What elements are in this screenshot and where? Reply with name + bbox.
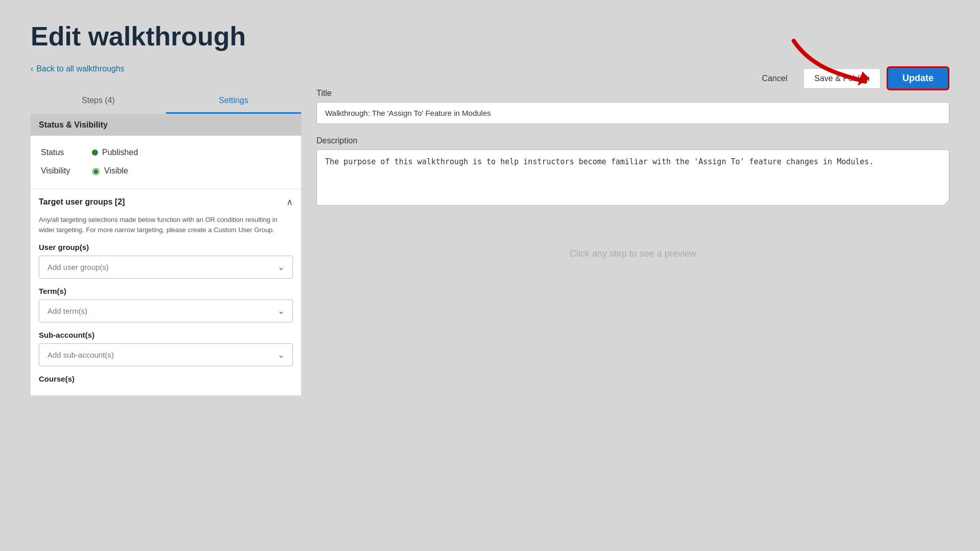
preview-placeholder: Click any step to see a preview [316,248,949,259]
target-section-title: Target user groups [2] [39,197,125,207]
chevron-down-icon: ⌄ [278,350,284,360]
main-content: Steps (4) Settings Status & Visibility S… [31,89,949,395]
courses-group: Course(s) [31,374,301,395]
update-button[interactable]: Update [887,66,949,90]
visibility-row: Visibility ◉ Visible [41,161,291,181]
target-section-header: Target user groups [2] ∧ [31,189,301,215]
terms-group: Term(s) Add term(s) ⌄ [31,287,301,331]
published-dot-icon [92,149,98,156]
user-groups-group: User group(s) Add user group(s) ⌄ [31,243,301,287]
chevron-up-icon[interactable]: ∧ [286,196,293,208]
header-actions: Cancel Save & Publish Update [752,66,949,90]
visibility-label: Visibility [41,166,92,176]
chevron-down-icon: ⌄ [278,262,284,272]
subaccount-group: Sub-account(s) Add sub-account(s) ⌄ [31,331,301,374]
user-groups-placeholder: Add user group(s) [47,263,109,271]
title-input[interactable] [316,102,949,124]
tabs: Steps (4) Settings [31,89,301,114]
subaccount-dropdown[interactable]: Add sub-account(s) ⌄ [39,343,293,366]
title-field-group: Title [316,89,949,124]
target-description: Any/all targeting selections made below … [31,215,301,243]
tab-settings[interactable]: Settings [166,89,301,114]
status-row: Status Published [41,144,291,161]
visibility-eye-icon: ◉ [92,165,100,177]
status-section-header: Status & Visibility [31,114,301,136]
back-chevron-icon: ‹ [31,64,33,73]
description-textarea[interactable] [316,149,949,206]
description-field-label: Description [316,136,949,145]
chevron-down-icon: ⌄ [278,306,284,316]
description-field-group: Description [316,136,949,208]
terms-placeholder: Add term(s) [47,307,87,315]
terms-label: Term(s) [39,287,293,295]
terms-dropdown[interactable]: Add term(s) ⌄ [39,299,293,322]
courses-label: Course(s) [39,374,293,383]
subaccount-label: Sub-account(s) [39,331,293,339]
visibility-value: Visible [104,166,128,176]
user-groups-label: User group(s) [39,243,293,252]
right-panel: Title Description Click any step to see … [316,89,949,395]
user-groups-dropdown[interactable]: Add user group(s) ⌄ [39,256,293,279]
status-value: Published [102,148,138,157]
status-label: Status [41,148,92,157]
target-section: Target user groups [2] ∧ Any/all targeti… [31,189,301,395]
left-panel: Steps (4) Settings Status & Visibility S… [31,89,301,395]
tab-steps[interactable]: Steps (4) [31,89,166,114]
subaccount-placeholder: Add sub-account(s) [47,350,114,359]
status-section: Status Published Visibility ◉ Visible [31,136,301,189]
arrow-annotation [783,31,875,92]
back-link-label: Back to all walkthroughs [36,64,125,73]
